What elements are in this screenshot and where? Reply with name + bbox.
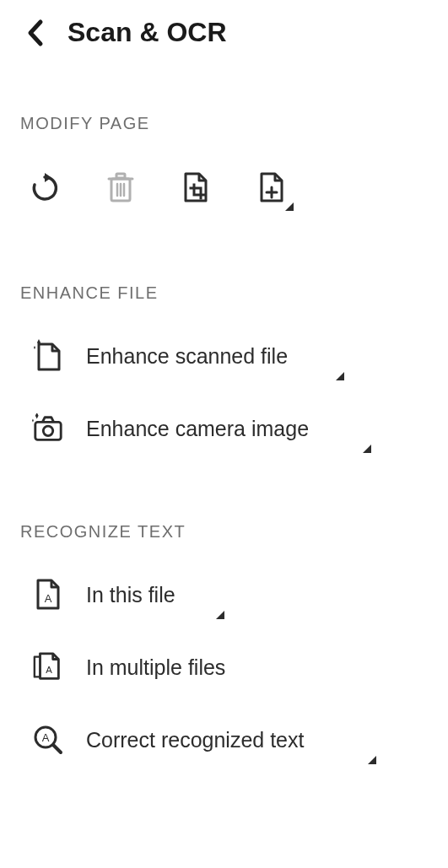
multiple-files-icon: A bbox=[32, 651, 64, 683]
enhance-camera-label: Enhance camera image bbox=[86, 417, 309, 441]
enhance-scanned-file-button[interactable]: Enhance scanned file bbox=[32, 340, 428, 372]
svg-text:A: A bbox=[46, 665, 52, 675]
back-button[interactable] bbox=[20, 19, 49, 47]
delete-button[interactable] bbox=[103, 170, 138, 206]
svg-rect-3 bbox=[116, 174, 125, 178]
modify-page-toolbar bbox=[20, 170, 428, 206]
file-text-icon: A bbox=[32, 579, 64, 611]
flyout-indicator bbox=[216, 611, 224, 619]
trash-icon bbox=[105, 171, 136, 205]
svg-line-14 bbox=[53, 745, 61, 752]
enhance-camera-image-button[interactable]: Enhance camera image bbox=[32, 412, 428, 445]
section-label-recognize-text: RECOGNIZE TEXT bbox=[20, 522, 428, 542]
insert-page-button[interactable] bbox=[255, 170, 290, 206]
section-label-modify-page: MODIFY PAGE bbox=[20, 114, 428, 133]
recognize-in-this-file-button[interactable]: A In this file bbox=[32, 579, 428, 611]
svg-text:A: A bbox=[42, 731, 50, 744]
flyout-indicator bbox=[363, 445, 371, 453]
enhance-camera-icon bbox=[32, 412, 64, 445]
chevron-left-icon bbox=[25, 19, 44, 47]
crop-page-button[interactable] bbox=[179, 170, 214, 206]
svg-rect-9 bbox=[35, 422, 61, 439]
recognize-in-multiple-files-button[interactable]: A In multiple files bbox=[32, 651, 428, 683]
enhance-file-list: Enhance scanned file Enhance camera imag… bbox=[20, 340, 428, 445]
enhance-scanned-label: Enhance scanned file bbox=[86, 344, 288, 369]
svg-text:A: A bbox=[45, 592, 52, 605]
flyout-indicator bbox=[336, 372, 344, 380]
svg-marker-0 bbox=[45, 173, 51, 182]
svg-point-10 bbox=[43, 426, 52, 435]
page-crop-icon bbox=[181, 171, 213, 205]
flyout-indicator bbox=[368, 756, 376, 764]
rotate-icon bbox=[30, 173, 60, 203]
section-label-enhance-file: ENHANCE FILE bbox=[20, 283, 428, 303]
panel-header: Scan & OCR bbox=[20, 17, 428, 48]
correct-recognized-text-button[interactable]: A Correct recognized text bbox=[32, 724, 428, 756]
recognize-text-list: A In this file A In multiple files A Cor… bbox=[20, 579, 428, 756]
correct-recognized-label: Correct recognized text bbox=[86, 728, 304, 752]
recognize-multiple-label: In multiple files bbox=[86, 655, 225, 680]
magnify-text-icon: A bbox=[32, 724, 64, 756]
panel-title: Scan & OCR bbox=[67, 17, 226, 48]
rotate-button[interactable] bbox=[27, 170, 62, 206]
page-add-icon bbox=[256, 171, 289, 205]
recognize-this-file-label: In this file bbox=[86, 583, 175, 607]
flyout-indicator bbox=[285, 202, 294, 211]
enhance-scanned-icon bbox=[32, 340, 64, 372]
